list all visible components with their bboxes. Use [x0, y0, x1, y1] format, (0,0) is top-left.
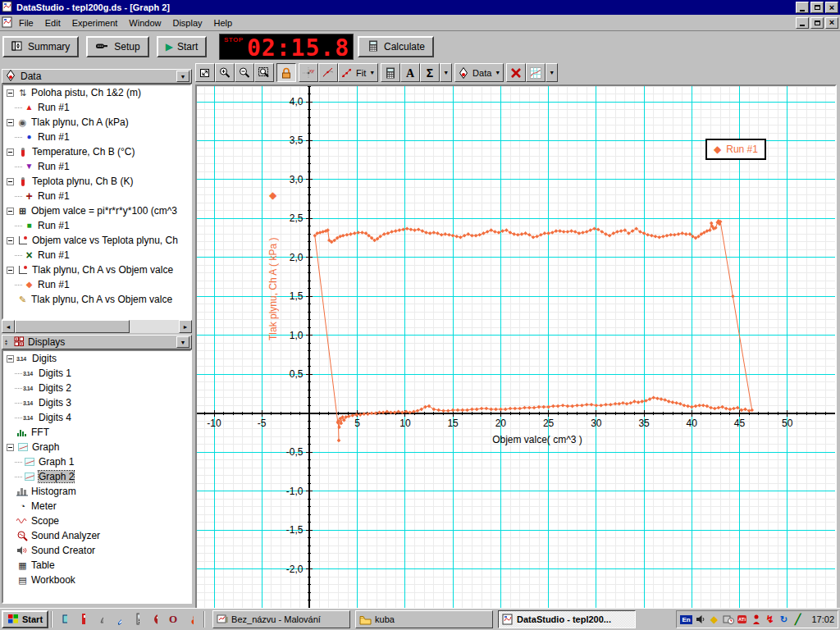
collapse-box[interactable]	[7, 119, 14, 126]
child-minimize-button[interactable]	[796, 17, 809, 29]
data-item-tlak-plynu-ch-a-vs-objem-valce[interactable]: ✎Tlak plynu, Ch A vs Objem valce	[3, 292, 190, 307]
keyboard-layout-icon[interactable]: En	[680, 614, 692, 626]
yellow-status-icon[interactable]: ◆	[708, 614, 720, 626]
splitter-icon[interactable]: ▲▼	[4, 339, 11, 345]
smart-tool-button[interactable]: xy	[299, 63, 318, 82]
menu-file[interactable]: File	[13, 16, 39, 30]
data-item-poloha-pistu-ch-1-2-m[interactable]: ⇅Poloha pistu, Ch 1&2 (m)	[3, 85, 190, 100]
collapse-box[interactable]	[7, 178, 14, 185]
red-document-icon[interactable]	[75, 612, 90, 627]
display-item-sound-creator[interactable]: Sound Creator	[3, 543, 190, 558]
display-item-meter[interactable]: ◔Meter	[3, 499, 190, 514]
display-item-scope[interactable]: Scope	[3, 514, 190, 528]
task-bez-n-zvu-malov-n[interactable]: Bez_názvu - Malování	[212, 610, 350, 628]
collapse-box[interactable]	[7, 267, 14, 274]
collapse-box[interactable]	[7, 208, 14, 215]
minimize-button[interactable]	[796, 2, 809, 13]
scale-to-fit-button[interactable]	[195, 63, 215, 82]
data-child-run-1[interactable]: ◆Run #1	[3, 277, 190, 292]
data-item-objem-valce-pi-r-r-y-100-cm-3[interactable]: ⊞Objem valce = pi*r*r*y*100 (cm^3	[3, 203, 190, 218]
setup-button[interactable]: Setup	[86, 36, 148, 57]
menu-window[interactable]: Window	[123, 16, 167, 30]
display-item-fft[interactable]: FFT	[3, 425, 190, 440]
gray-app-icon[interactable]	[94, 612, 108, 627]
data-item-objem-valce-vs-teplota-plynu-ch[interactable]: Objem valce vs Teplota plynu, Ch	[3, 233, 190, 248]
graph-settings-button[interactable]	[526, 63, 546, 82]
start-menu-button[interactable]: Start	[2, 610, 48, 628]
data-tree-hscrollbar[interactable]: ◄ ►	[2, 320, 192, 333]
modem-icon[interactable]: ╱	[792, 614, 804, 626]
zoom-select-button[interactable]	[254, 63, 274, 82]
lock-button[interactable]	[276, 63, 296, 82]
display-child-graph-1[interactable]: Graph 1	[3, 454, 190, 469]
menu-edit[interactable]: Edit	[39, 16, 66, 30]
display-child-digits-3[interactable]: 3.14Digits 3	[3, 395, 190, 410]
displays-panel-header[interactable]: ▲▼ Displays ▼	[2, 335, 192, 349]
refresh-icon[interactable]: ↻	[778, 614, 790, 626]
menu-help[interactable]: Help	[208, 16, 239, 30]
opera-o-icon[interactable]: O	[166, 612, 180, 627]
child-close-button[interactable]: ×	[825, 17, 838, 29]
data-child-run-1[interactable]: ●Run #1	[3, 130, 190, 144]
zoom-out-button[interactable]	[235, 63, 254, 82]
data-dropdown-button[interactable]: ▼	[176, 71, 189, 82]
display-child-graph-2[interactable]: Graph 2	[3, 469, 190, 484]
zoom-in-button[interactable]	[215, 63, 235, 82]
task-kuba[interactable]: kuba	[355, 610, 493, 628]
text-tool-button[interactable]: A	[400, 63, 420, 82]
scrollbar-thumb[interactable]	[15, 320, 130, 333]
calculate-button[interactable]: Calculate	[358, 36, 434, 57]
scheduler-icon[interactable]	[722, 614, 734, 626]
data-child-run-1[interactable]: ■Run #1	[3, 218, 190, 233]
menu-experiment[interactable]: Experiment	[66, 16, 124, 30]
pen-app-icon[interactable]	[112, 612, 126, 627]
data-child-run-1[interactable]: ▲Run #1	[3, 100, 190, 115]
scroll-left-button[interactable]: ◄	[2, 320, 15, 333]
volume-icon[interactable]	[694, 614, 706, 626]
calculator-app-icon[interactable]	[130, 612, 144, 627]
display-item-histogram[interactable]: Histogram	[3, 484, 190, 499]
display-item-digits[interactable]: 3.14Digits	[3, 351, 190, 366]
legend[interactable]: ◆ Run #1	[705, 139, 766, 160]
data-child-run-1[interactable]: ×Run #1	[3, 248, 190, 262]
data-item-temperature-ch-b-c[interactable]: Temperature, Ch B (°C)	[3, 144, 190, 159]
data-item-tlak-plynu-ch-a-kpa[interactable]: ◉Tlak plynu, Ch A (kPa)	[3, 115, 190, 130]
display-child-digits-4[interactable]: 3.14Digits 4	[3, 410, 190, 425]
statistics-button-dropdown[interactable]: ▼	[440, 63, 452, 82]
display-item-table[interactable]: ▦Table	[3, 558, 190, 573]
flame-icon[interactable]	[184, 612, 199, 627]
display-item-sound-analyzer[interactable]: Sound Analyzer	[3, 528, 190, 543]
collapse-box[interactable]	[7, 355, 14, 363]
show-desktop-icon[interactable]	[57, 612, 72, 627]
data-item-teplota-plynu-ch-b-k[interactable]: Teplota plynu, Ch B (K)	[3, 174, 190, 189]
calculator-button[interactable]	[381, 63, 400, 82]
collapse-box[interactable]	[7, 237, 14, 244]
data-child-run-1[interactable]: +Run #1	[3, 189, 190, 203]
start-button[interactable]: ▶ Start	[157, 36, 208, 57]
data-menu-button[interactable]: Data▼	[454, 63, 504, 82]
menu-display[interactable]: Display	[167, 16, 208, 30]
data-item-tlak-plynu-ch-a-vs-objem-valce[interactable]: Tlak plynu, Ch A vs Objem valce	[3, 262, 190, 277]
child-restore-button[interactable]	[810, 17, 824, 29]
plot-area[interactable]: -10-551015202530354045504,03,53,02,52,01…	[195, 84, 837, 609]
ati-display-icon[interactable]: ATi	[736, 614, 748, 626]
graph-settings-button-dropdown[interactable]: ▼	[546, 63, 558, 82]
data-panel-header[interactable]: Data ▼	[2, 69, 192, 84]
statistics-button[interactable]: Σ	[420, 63, 440, 82]
red-dragon-icon[interactable]	[148, 612, 162, 627]
data-child-run-1[interactable]: ▼Run #1	[3, 159, 190, 174]
collapse-box[interactable]	[7, 444, 14, 451]
power-icon[interactable]: ↯	[764, 614, 776, 626]
display-child-digits-1[interactable]: 3.14Digits 1	[3, 366, 190, 381]
task-datastudio-tepl200[interactable]: DataStudio - tepl200...	[498, 610, 636, 628]
red-app-icon[interactable]	[750, 614, 762, 626]
display-item-graph[interactable]: Graph	[3, 440, 190, 454]
close-button[interactable]: ×	[825, 2, 838, 13]
summary-button[interactable]: Summary	[2, 36, 79, 57]
collapse-box[interactable]	[7, 89, 14, 97]
collapse-box[interactable]	[7, 148, 14, 156]
delete-button[interactable]	[506, 63, 526, 82]
slope-tool-button[interactable]	[318, 63, 338, 82]
restore-button[interactable]	[810, 2, 824, 13]
fit-menu-button[interactable]: Fit▼	[338, 63, 378, 82]
